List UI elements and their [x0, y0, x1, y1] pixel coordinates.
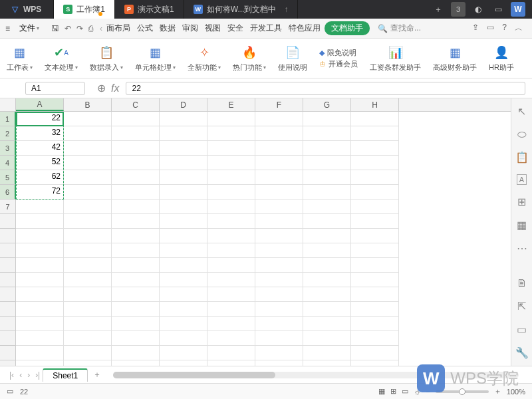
cell-A4[interactable]: 52	[16, 156, 64, 170]
cell-E12[interactable]	[207, 273, 255, 287]
cell-G1[interactable]	[303, 112, 351, 126]
cell-D2[interactable]	[160, 126, 207, 141]
cell-F3[interactable]	[255, 141, 303, 156]
cell-D13[interactable]	[160, 287, 207, 302]
cell-B16[interactable]	[64, 331, 112, 346]
cell-D7[interactable]	[160, 200, 207, 214]
cell-H8[interactable]	[351, 214, 399, 229]
cell-reference-input[interactable]	[25, 82, 85, 95]
cell-B15[interactable]	[64, 317, 112, 331]
text-icon[interactable]: A	[517, 174, 527, 185]
cell-D3[interactable]	[160, 141, 207, 156]
col-header-E[interactable]: E	[207, 98, 255, 111]
cell-F9[interactable]	[255, 229, 303, 243]
ribbon-finance[interactable]: ▦高级财务助手	[429, 41, 481, 75]
cell-F8[interactable]	[255, 214, 303, 229]
cell-A18[interactable]	[16, 360, 64, 366]
cell-C15[interactable]	[112, 317, 160, 331]
share-icon[interactable]: ⇪	[472, 23, 479, 34]
zoom-level[interactable]: 100%	[507, 388, 525, 396]
theme-icon[interactable]: ☼	[414, 388, 420, 396]
cell-E14[interactable]	[207, 302, 255, 317]
cell-B17[interactable]	[64, 346, 112, 360]
col-header-D[interactable]: D	[160, 98, 207, 111]
cell-G17[interactable]	[303, 346, 351, 360]
cell-D10[interactable]	[160, 243, 207, 258]
row-header-6[interactable]: 6	[0, 185, 16, 200]
cell-B9[interactable]	[64, 229, 112, 243]
row-header-14[interactable]	[0, 302, 16, 317]
cell-E13[interactable]	[207, 287, 255, 302]
cell-E8[interactable]	[207, 214, 255, 229]
row-header-12[interactable]	[0, 273, 16, 287]
more-icon[interactable]: ⋯	[517, 242, 527, 255]
menu-expand-icon[interactable]: ≡	[3, 23, 13, 35]
cell-H12[interactable]	[351, 273, 399, 287]
cell-D1[interactable]	[160, 112, 207, 126]
cell-A17[interactable]	[16, 346, 64, 360]
cell-C10[interactable]	[112, 243, 160, 258]
select-icon[interactable]: ⬭	[517, 128, 527, 140]
row-header-13[interactable]	[0, 287, 16, 302]
spreadsheet-grid[interactable]: ABCDEFGH1222323424525626727	[0, 98, 511, 366]
cell-H6[interactable]	[351, 185, 399, 200]
layout-panel-icon[interactable]: ⊞	[517, 196, 526, 208]
tab-formula[interactable]: 公式	[134, 21, 156, 35]
free-info-button[interactable]: ◆限免说明	[319, 48, 358, 58]
cell-C12[interactable]	[112, 273, 160, 287]
cell-B10[interactable]	[64, 243, 112, 258]
sheet-nav-prev[interactable]: ‹	[17, 370, 25, 380]
cell-H4[interactable]	[351, 156, 399, 170]
cell-G15[interactable]	[303, 317, 351, 331]
cell-F7[interactable]	[255, 200, 303, 214]
tab-special[interactable]: 特色应用	[286, 21, 323, 35]
row-header-9[interactable]	[0, 229, 16, 243]
cell-G10[interactable]	[303, 243, 351, 258]
cell-A3[interactable]: 42	[16, 141, 64, 156]
cell-D12[interactable]	[160, 273, 207, 287]
cell-F18[interactable]	[255, 360, 303, 366]
cell-F11[interactable]	[255, 258, 303, 273]
cell-G6[interactable]	[303, 185, 351, 200]
cell-G11[interactable]	[303, 258, 351, 273]
ribbon-data-entry[interactable]: 📋数据录入▾	[86, 41, 127, 75]
row-header-1[interactable]: 1	[0, 112, 16, 126]
save-icon[interactable]: 🖫	[51, 24, 59, 33]
sheet-nav-first[interactable]: |‹	[7, 370, 17, 380]
export-icon[interactable]: ⇱	[517, 300, 526, 313]
undo-icon[interactable]: ↶	[65, 24, 71, 33]
cell-A12[interactable]	[16, 273, 64, 287]
cell-E15[interactable]	[207, 317, 255, 331]
cell-G7[interactable]	[303, 200, 351, 214]
row-header-3[interactable]: 3	[0, 141, 16, 156]
cell-D16[interactable]	[160, 331, 207, 346]
cell-B7[interactable]	[64, 200, 112, 214]
cell-C13[interactable]	[112, 287, 160, 302]
cell-F1[interactable]	[255, 112, 303, 126]
cell-E17[interactable]	[207, 346, 255, 360]
cell-B4[interactable]	[64, 156, 112, 170]
cell-A2[interactable]: 32	[16, 126, 64, 141]
cell-H2[interactable]	[351, 126, 399, 141]
cell-C7[interactable]	[112, 200, 160, 214]
ribbon-payroll[interactable]: 📊工资条群发助手	[366, 41, 425, 75]
fx-icon[interactable]: fx	[111, 82, 119, 94]
tab-security[interactable]: 安全	[225, 21, 246, 35]
zoom-slider[interactable]	[436, 390, 489, 393]
cell-E2[interactable]	[207, 126, 255, 141]
cell-E4[interactable]	[207, 156, 255, 170]
cell-G3[interactable]	[303, 141, 351, 156]
cell-A14[interactable]	[16, 302, 64, 317]
print-icon[interactable]: ⎙	[88, 24, 93, 33]
cell-A13[interactable]	[16, 287, 64, 302]
cell-H13[interactable]	[351, 287, 399, 302]
ribbon-cell-process[interactable]: ▦单元格处理▾	[131, 41, 180, 75]
cell-G13[interactable]	[303, 287, 351, 302]
doc-tab-presentation[interactable]: P演示文稿1	[115, 0, 184, 19]
row-header-16[interactable]	[0, 331, 16, 346]
cell-C18[interactable]	[112, 360, 160, 366]
cell-D18[interactable]	[160, 360, 207, 366]
cell-F17[interactable]	[255, 346, 303, 360]
clipboard-icon[interactable]: 📋	[515, 151, 529, 164]
zoom-out-button[interactable]: −	[426, 388, 430, 396]
